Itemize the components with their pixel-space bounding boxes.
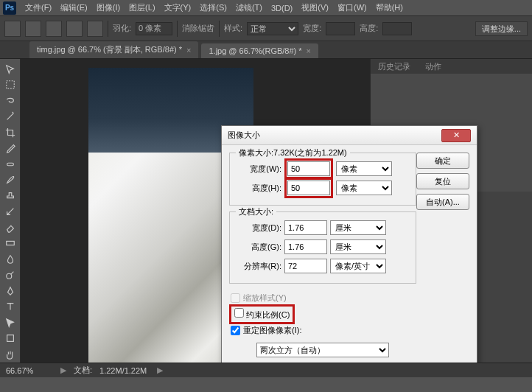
pixel-height-input[interactable] [287,181,330,195]
chevron-right-icon[interactable]: ▶ [60,365,66,375]
pixel-dimensions-group: 像素大小:7.32K(之前为1.22M) 宽度(W): 像素 高度(H): 像素 [229,153,416,206]
svg-rect-1 [7,163,13,166]
chevron-right-icon[interactable]: ▶ [157,365,163,375]
path-tool-icon[interactable] [2,315,18,330]
constrain-label: 约束比例(C) [246,310,290,319]
resolution-input[interactable] [284,259,327,273]
svg-rect-2 [6,242,14,245]
marquee-ellipse-icon[interactable] [46,21,62,37]
menu-file[interactable]: 文件(F) [21,1,56,15]
document-tabs: timg.jpg @ 66.7% (背景 副本, RGB/8#) *× 1.jp… [0,41,532,59]
pen-tool-icon[interactable] [2,284,18,298]
shape-tool-icon[interactable] [2,332,18,346]
doc-width-input[interactable] [284,220,327,235]
brush-tool-icon[interactable] [2,173,18,188]
svg-rect-0 [6,81,14,89]
heal-tool-icon[interactable] [2,157,18,172]
pixel-width-unit[interactable]: 像素 [336,161,392,176]
dialog-titlebar[interactable]: 图像大小 ✕ [222,126,477,145]
menu-filter[interactable]: 滤镜(T) [231,1,267,15]
blur-tool-icon[interactable] [2,252,18,267]
menu-select[interactable]: 选择(S) [195,1,231,15]
auto-button[interactable]: 自动(A)... [416,194,469,210]
dodge-tool-icon[interactable] [2,268,18,283]
options-bar: 羽化: 消除锯齿 样式: 正常 宽度: 高度: 调整边缘... [0,16,532,41]
menu-3d[interactable]: 3D(D) [267,2,297,14]
interpolation-select[interactable]: 两次立方（自动） [256,343,389,357]
doc-height-unit[interactable]: 厘米 [330,239,386,254]
height-label: 高度(H): [237,183,281,194]
history-brush-icon[interactable] [2,205,18,220]
feather-input[interactable] [136,22,172,35]
toolbox [0,59,21,377]
wand-tool-icon[interactable] [2,110,18,125]
panel-tab-actions[interactable]: 动作 [418,60,449,74]
dialog-buttons: 确定 复位 自动(A)... [416,153,469,210]
menu-layer[interactable]: 图层(L) [125,1,159,15]
statusbar: 66.67% ▶ 文档: 1.22M/1.22M ▶ [0,363,532,377]
style-select[interactable]: 正常 [247,22,298,35]
resolution-unit[interactable]: 像素/英寸 [330,259,386,273]
close-button[interactable]: ✕ [441,129,471,142]
move-tool-icon[interactable] [2,62,18,77]
close-icon[interactable]: × [307,46,311,55]
tool-preset-icon[interactable] [4,21,21,37]
marquee-tool-icon[interactable] [2,78,18,93]
hand-tool-icon[interactable] [2,347,18,362]
menu-edit[interactable]: 编辑(E) [56,1,92,15]
eyedropper-tool-icon[interactable] [2,141,18,156]
refine-edge-button[interactable]: 调整边缘... [475,21,528,36]
doc-label: 文档: [74,365,92,376]
menu-view[interactable]: 视图(V) [297,1,333,15]
tab-document[interactable]: 1.jpg @ 66.7%(RGB/8#) *× [201,43,318,58]
type-tool-icon[interactable] [2,300,18,315]
marquee-col-icon[interactable] [87,21,103,37]
constrain-row: 约束比例(C) [229,306,416,322]
close-icon[interactable]: × [186,46,191,55]
zoom-value[interactable]: 66.67% [6,366,50,375]
document-size-group: 文档大小: 宽度(D): 厘米 高度(G): 厘米 分辨率(R): 像素/英寸 [229,211,416,284]
marquee-rect-icon[interactable] [25,21,41,37]
ok-button[interactable]: 确定 [416,153,469,169]
reset-button[interactable]: 复位 [416,173,469,189]
svg-point-3 [6,274,11,279]
doc-width-unit[interactable]: 厘米 [330,220,386,235]
resample-label: 重定图像像素(I): [243,325,301,336]
tab-label: timg.jpg @ 66.7% (背景 副本, RGB/8#) * [37,44,182,55]
separator [108,21,108,37]
lasso-tool-icon[interactable] [2,94,18,108]
doc-height-label: 高度(G): [237,242,281,253]
doc-width-label: 宽度(D): [237,223,281,234]
resample-checkbox[interactable] [231,326,240,335]
style-label: 样式: [224,23,242,34]
menubar: Ps 文件(F) 编辑(E) 图像(I) 图层(L) 文字(Y) 选择(S) 滤… [0,0,532,16]
resample-row: 重定图像像素(I): [229,322,416,338]
menu-window[interactable]: 窗口(W) [333,1,371,15]
panel-header: 历史记录 动作 [371,59,532,74]
image-size-dialog: 图像大小 ✕ 像素大小:7.32K(之前为1.22M) 宽度(W): 像素 高度… [221,125,477,368]
antialias-label: 消除锯齿 [182,23,214,34]
pixel-height-unit[interactable]: 像素 [336,181,392,195]
pixel-width-input[interactable] [287,161,330,176]
height-label: 高度: [360,23,378,34]
eraser-tool-icon[interactable] [2,220,18,235]
menu-image[interactable]: 图像(I) [92,1,125,15]
gradient-tool-icon[interactable] [2,237,18,251]
menu-type[interactable]: 文字(Y) [160,1,196,15]
panel-tab-history[interactable]: 历史记录 [371,60,418,74]
separator [177,21,178,37]
scale-styles-label: 缩放样式(Y) [243,293,287,304]
svg-rect-4 [7,335,13,342]
constrain-checkbox[interactable] [234,308,244,318]
dialog-title: 图像大小 [228,130,260,141]
stamp-tool-icon[interactable] [2,189,18,203]
menu-help[interactable]: 帮助(H) [371,1,407,15]
width-input [326,22,355,35]
marquee-row-icon[interactable] [66,21,83,37]
crop-tool-icon[interactable] [2,125,18,140]
feather-label: 羽化: [113,23,131,34]
pixel-legend: 像素大小:7.32K(之前为1.22M) [236,147,350,158]
width-label: 宽度(W): [237,164,281,175]
doc-height-input[interactable] [284,239,327,254]
tab-document[interactable]: timg.jpg @ 66.7% (背景 副本, RGB/8#) *× [29,41,198,58]
